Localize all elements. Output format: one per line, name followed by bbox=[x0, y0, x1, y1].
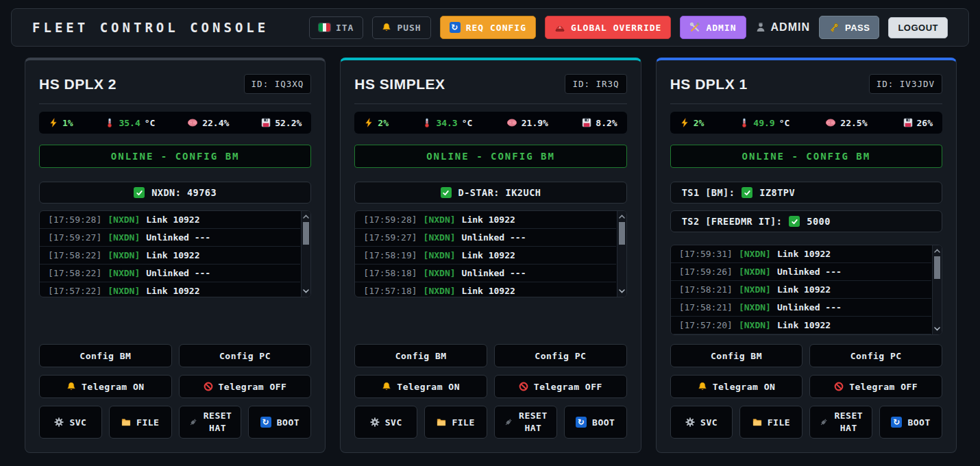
language-button[interactable]: ITA bbox=[309, 16, 363, 39]
scrollbar-thumb[interactable] bbox=[619, 222, 625, 245]
temperature-unit: °C bbox=[462, 118, 473, 128]
device-card: HS DPLX 1 ID: IV3JDV 2% 49.9°C 22.5% 26%… bbox=[656, 58, 957, 453]
scroll-down-arrow[interactable] bbox=[933, 324, 942, 334]
svc-button[interactable]: SVC bbox=[670, 406, 733, 439]
log-time: [17:58:21] bbox=[679, 284, 733, 295]
reset-hat-button[interactable]: RESET HAT bbox=[494, 406, 557, 439]
scroll-down-arrow[interactable] bbox=[617, 286, 626, 296]
floppy-disk-icon bbox=[261, 118, 271, 127]
telegram-off-label: Telegram OFF bbox=[534, 382, 602, 392]
log-time: [17:57:18] bbox=[363, 286, 417, 296]
page-title: FLEET CONTROL CONSOLE bbox=[32, 20, 269, 35]
config-bm-button[interactable]: Config BM bbox=[670, 344, 803, 367]
telegram-off-button[interactable]: Telegram OFF bbox=[179, 375, 312, 398]
log-time: [17:59:27] bbox=[48, 232, 101, 243]
header-controls: ITA PUSH ↻ REQ CONFIG GLOBAL OVERRIDE AD… bbox=[309, 16, 948, 39]
disk-value: 8.2% bbox=[596, 118, 617, 128]
svc-button[interactable]: SVC bbox=[39, 406, 102, 439]
log-rows: [17:59:31][NXDN]Link 10922[17:59:26][NXD… bbox=[671, 245, 931, 334]
user-icon bbox=[755, 22, 766, 33]
boot-label: BOOT bbox=[592, 417, 615, 428]
log-tag: [NXDN] bbox=[108, 268, 140, 278]
svc-label: SVC bbox=[700, 417, 718, 428]
folder-icon bbox=[752, 417, 762, 427]
push-button[interactable]: PUSH bbox=[372, 16, 430, 39]
telegram-off-label: Telegram OFF bbox=[219, 382, 287, 392]
logout-button[interactable]: LOGOUT bbox=[888, 17, 948, 38]
log-panel: [17:59:28][NXDN]Link 10922[17:59:27][NXD… bbox=[39, 210, 311, 297]
battery-value: 2% bbox=[694, 118, 705, 128]
username-label: ADMIN bbox=[771, 21, 810, 34]
log-tag: [NXDN] bbox=[424, 214, 456, 225]
scroll-down-arrow[interactable] bbox=[302, 286, 310, 296]
stats-bar: 2% 34.3°C 21.9% 8.2% bbox=[354, 112, 626, 134]
italy-flag-icon bbox=[319, 23, 330, 32]
log-scrollbar[interactable] bbox=[301, 211, 310, 297]
log-entry: [17:57:22][NXDN]Link 10922 bbox=[40, 282, 300, 297]
scrollbar-thumb[interactable] bbox=[934, 256, 940, 279]
config-pc-button[interactable]: Config PC bbox=[809, 344, 942, 367]
log-time: [17:58:21] bbox=[679, 302, 733, 312]
reset-hat-button[interactable]: RESET HAT bbox=[179, 406, 242, 439]
log-tag: [NXDN] bbox=[739, 284, 771, 295]
config-bm-button[interactable]: Config BM bbox=[354, 344, 487, 367]
config-pc-button[interactable]: Config PC bbox=[494, 344, 627, 367]
file-button[interactable]: FILE bbox=[424, 406, 487, 439]
reset-hat-label: RESET HAT bbox=[204, 410, 232, 434]
config-bm-label: Config BM bbox=[711, 351, 762, 361]
scroll-up-arrow[interactable] bbox=[302, 212, 310, 221]
config-bm-button[interactable]: Config BM bbox=[39, 344, 172, 367]
global-override-label: GLOBAL OVERRIDE bbox=[571, 23, 661, 33]
telegram-on-button[interactable]: Telegram ON bbox=[670, 375, 803, 398]
scrollbar-thumb[interactable] bbox=[303, 222, 309, 245]
check-icon bbox=[742, 187, 752, 198]
temperature-stat: 34.3°C bbox=[422, 118, 472, 128]
log-scrollbar[interactable] bbox=[932, 245, 942, 334]
telegram-on-button[interactable]: Telegram ON bbox=[39, 375, 172, 398]
config-pc-button[interactable]: Config PC bbox=[179, 344, 312, 367]
log-tag: [NXDN] bbox=[424, 286, 456, 296]
stats-bar: 2% 49.9°C 22.5% 26% bbox=[670, 112, 942, 134]
telegram-on-button[interactable]: Telegram ON bbox=[354, 375, 487, 398]
temperature-value: 34.3 bbox=[436, 118, 457, 128]
temperature-value: 35.4 bbox=[119, 118, 140, 128]
reset-hat-button[interactable]: RESET HAT bbox=[809, 406, 872, 439]
req-config-button[interactable]: ↻ REQ CONFIG bbox=[440, 16, 536, 39]
scroll-up-arrow[interactable] bbox=[933, 246, 942, 256]
pass-button[interactable]: PASS bbox=[819, 16, 879, 39]
boot-button[interactable]: ↻ BOOT bbox=[248, 406, 311, 439]
card-title: HS DPLX 2 bbox=[39, 76, 117, 93]
telegram-off-button[interactable]: Telegram OFF bbox=[494, 375, 627, 398]
no-entry-icon bbox=[834, 382, 844, 391]
global-override-button[interactable]: GLOBAL OVERRIDE bbox=[545, 16, 671, 39]
plug-icon bbox=[819, 417, 829, 427]
user-chip: ADMIN bbox=[755, 21, 810, 34]
log-time: [17:58:22] bbox=[48, 268, 101, 278]
log-entry: [17:58:19][NXDN]Link 10922 bbox=[355, 247, 615, 265]
log-time: [17:59:31] bbox=[679, 249, 733, 259]
network-rows: TS1 [BM]:IZ8TPVTS2 [FREEDMR IT]:5000 bbox=[670, 182, 942, 232]
no-entry-icon bbox=[519, 382, 528, 391]
config-pc-label: Config PC bbox=[219, 351, 271, 361]
file-button[interactable]: FILE bbox=[739, 406, 803, 439]
log-tag: [NXDN] bbox=[739, 302, 771, 312]
telegram-off-button[interactable]: Telegram OFF bbox=[809, 375, 942, 398]
log-entry: [17:58:22][NXDN]Link 10922 bbox=[40, 247, 300, 265]
svc-button[interactable]: SVC bbox=[354, 406, 417, 439]
network-label: TS2 [FREEDMR IT]: bbox=[682, 216, 783, 227]
svc-label: SVC bbox=[385, 417, 402, 428]
stats-bar: 1% 35.4°C 22.4% 52.2% bbox=[39, 112, 311, 134]
scroll-up-arrow[interactable] bbox=[617, 212, 626, 221]
file-button[interactable]: FILE bbox=[109, 406, 172, 439]
boot-button[interactable]: ↻ BOOT bbox=[564, 406, 627, 439]
log-tag: [NXDN] bbox=[108, 250, 140, 260]
admin-badge[interactable]: ADMIN bbox=[680, 16, 746, 39]
log-time: [17:59:27] bbox=[363, 232, 417, 243]
log-time: [17:59:28] bbox=[363, 214, 417, 225]
log-time: [17:59:28] bbox=[48, 214, 101, 225]
temperature-unit: °C bbox=[779, 118, 790, 128]
boot-button[interactable]: ↻ BOOT bbox=[879, 406, 942, 439]
log-entry: [17:59:28][NXDN]Link 10922 bbox=[355, 211, 615, 229]
tools-icon bbox=[689, 22, 700, 33]
log-scrollbar[interactable] bbox=[617, 211, 626, 297]
